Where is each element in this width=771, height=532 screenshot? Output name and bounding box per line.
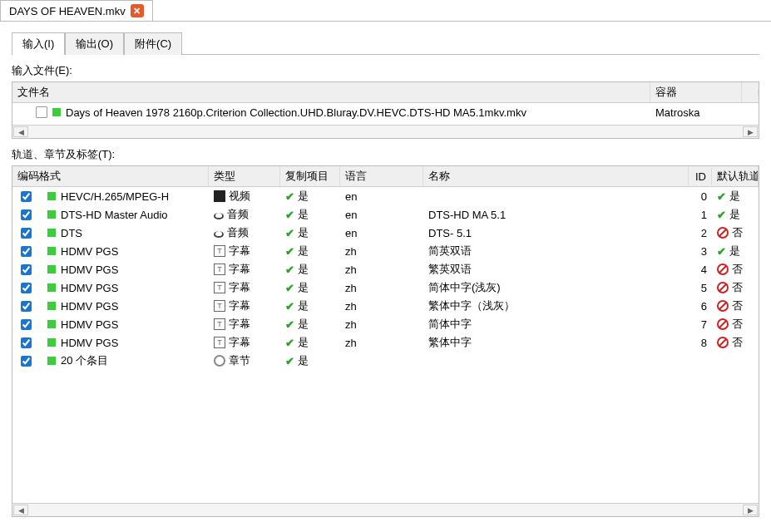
- track-row[interactable]: HDMV PGST字幕✔是zh简体中字(浅灰)5否: [12, 278, 759, 297]
- check-icon: ✔: [285, 245, 294, 258]
- track-enable-checkbox[interactable]: [21, 319, 32, 330]
- track-row[interactable]: DTS音频✔是enDTS- 5.12否: [12, 224, 759, 242]
- track-row[interactable]: 20 个条目章节✔是: [12, 352, 759, 370]
- check-icon: ✔: [285, 282, 294, 294]
- default-value: 否: [732, 262, 743, 277]
- scroll-left-icon[interactable]: ◀: [13, 505, 28, 515]
- track-codec: HDMV PGS: [61, 318, 118, 331]
- col-codec[interactable]: 编码格式: [12, 166, 209, 186]
- copy-value: 是: [298, 262, 309, 277]
- track-row[interactable]: HDMV PGST字幕✔是zh繁英双语4否: [12, 260, 759, 278]
- track-enable-checkbox[interactable]: [21, 337, 32, 348]
- copy-value: 是: [298, 353, 309, 368]
- tab-output[interactable]: 输出(O): [65, 32, 124, 55]
- copy-value: 是: [298, 225, 309, 240]
- status-indicator-icon: [47, 229, 56, 237]
- track-enable-checkbox[interactable]: [21, 283, 32, 293]
- file-row[interactable]: Days of Heaven 1978 2160p.Criterion Coll…: [12, 103, 759, 121]
- subtitle-type-icon: T: [214, 282, 225, 293]
- track-row[interactable]: DTS-HD Master Audio音频✔是enDTS-HD MA 5.11✔…: [12, 205, 759, 224]
- col-default[interactable]: 默认轨道: [712, 166, 759, 186]
- file-tab[interactable]: DAYS OF HEAVEN.mkv ✕: [0, 0, 153, 21]
- track-row[interactable]: HDMV PGST字幕✔是zh繁体中字8否: [12, 333, 759, 352]
- file-container: Matroska: [650, 104, 742, 121]
- input-files-label: 输入文件(E):: [12, 63, 759, 78]
- track-id: [689, 358, 712, 363]
- col-type[interactable]: 类型: [209, 166, 280, 186]
- track-enable-checkbox[interactable]: [21, 246, 32, 257]
- track-id: 8: [689, 334, 712, 352]
- track-enable-checkbox[interactable]: [21, 264, 32, 275]
- scroll-left-icon[interactable]: ◀: [13, 126, 28, 137]
- track-id: 2: [689, 224, 712, 242]
- track-codec: HEVC/H.265/MPEG-H: [61, 190, 169, 203]
- scroll-right-icon[interactable]: ▶: [743, 126, 758, 137]
- tab-input[interactable]: 输入(I): [12, 32, 65, 55]
- track-enable-checkbox[interactable]: [21, 209, 32, 220]
- track-language: zh: [340, 316, 423, 333]
- track-row[interactable]: HDMV PGST字幕✔是zh繁体中字（浅灰）6否: [12, 297, 759, 315]
- track-codec: HDMV PGS: [61, 337, 118, 349]
- col-copy[interactable]: 复制项目: [280, 166, 340, 186]
- subtitle-type-icon: T: [214, 318, 225, 330]
- track-type: 章节: [229, 353, 250, 368]
- track-id: 4: [689, 261, 712, 278]
- track-id: 0: [689, 188, 712, 205]
- default-value: 是: [729, 189, 740, 204]
- track-enable-checkbox[interactable]: [21, 301, 32, 312]
- tracks-horizontal-scrollbar[interactable]: ◀ ▶: [12, 503, 759, 516]
- track-enable-checkbox[interactable]: [21, 191, 32, 202]
- track-type: 字幕: [229, 317, 250, 332]
- tab-attachments[interactable]: 附件(C): [124, 32, 182, 55]
- track-type: 视频: [229, 189, 250, 204]
- track-type: 字幕: [229, 262, 250, 277]
- check-icon: ✔: [717, 209, 726, 221]
- col-language[interactable]: 语言: [340, 166, 423, 186]
- col-id[interactable]: ID: [689, 168, 712, 185]
- chapter-type-icon: [214, 355, 225, 367]
- track-enable-checkbox[interactable]: [21, 228, 32, 239]
- col-container[interactable]: 容器: [650, 82, 742, 102]
- copy-value: 是: [298, 189, 309, 204]
- track-type: 字幕: [229, 335, 250, 350]
- track-language: zh: [340, 261, 423, 278]
- track-codec: HDMV PGS: [61, 300, 118, 313]
- files-horizontal-scrollbar[interactable]: ◀ ▶: [12, 125, 759, 138]
- close-file-tab-button[interactable]: ✕: [131, 4, 144, 17]
- default-value: 是: [729, 244, 740, 259]
- forbid-icon: [717, 227, 729, 239]
- status-indicator-icon: [47, 302, 56, 310]
- forbid-icon: [717, 337, 729, 348]
- tracks-chapters-label: 轨道、章节及标签(T):: [12, 147, 759, 162]
- col-filler: [742, 90, 759, 95]
- scroll-track[interactable]: [29, 504, 742, 516]
- subtitle-type-icon: T: [214, 337, 225, 348]
- file-tab-title: DAYS OF HEAVEN.mkv: [9, 5, 126, 17]
- copy-value: 是: [298, 335, 309, 350]
- default-value: 否: [732, 298, 743, 313]
- scroll-right-icon[interactable]: ▶: [743, 505, 758, 515]
- track-enable-checkbox[interactable]: [21, 356, 32, 367]
- track-row[interactable]: HDMV PGST字幕✔是zh简英双语3✔是: [12, 242, 759, 260]
- track-name: DTS- 5.1: [423, 224, 689, 242]
- forbid-icon: [717, 318, 729, 330]
- track-codec: HDMV PGS: [61, 264, 118, 276]
- default-value: 否: [732, 225, 743, 240]
- track-name: DTS-HD MA 5.1: [423, 206, 689, 224]
- track-language: zh: [340, 334, 423, 352]
- check-icon: ✔: [285, 209, 294, 221]
- col-filename[interactable]: 文件名: [12, 82, 650, 102]
- status-indicator-icon: [47, 192, 56, 200]
- track-row[interactable]: HDMV PGST字幕✔是zh简体中字7否: [12, 315, 759, 333]
- track-name: 繁体中字（浅灰）: [423, 296, 689, 316]
- track-name: 繁体中字: [423, 332, 689, 352]
- scroll-track[interactable]: [29, 126, 742, 138]
- track-name: 简英双语: [423, 241, 689, 261]
- track-codec: HDMV PGS: [61, 282, 118, 294]
- status-indicator-icon: [47, 320, 56, 328]
- track-type: 音频: [227, 225, 249, 240]
- col-trackname[interactable]: 名称: [423, 166, 689, 186]
- copy-value: 是: [298, 280, 309, 295]
- check-icon: ✔: [285, 355, 294, 367]
- track-row[interactable]: HEVC/H.265/MPEG-H视频✔是en0✔是: [12, 187, 759, 205]
